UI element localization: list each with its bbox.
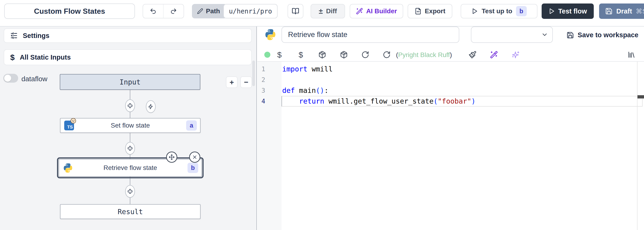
- line-number: 1: [257, 64, 265, 75]
- library-icon[interactable]: [628, 51, 636, 59]
- trigger-button[interactable]: [146, 100, 156, 113]
- plus-icon: [127, 103, 133, 108]
- topbar: Custom Flow States Path u/henri/pro ± Di…: [0, 0, 644, 27]
- lsp-status-icon: [264, 52, 270, 58]
- export-button[interactable]: Export: [408, 4, 452, 18]
- code-assistants-label: (Pyright Black Ruff): [396, 51, 452, 59]
- face-emoji-icon: [70, 118, 76, 124]
- flow-title-input[interactable]: Custom Flow States: [4, 4, 135, 19]
- test-flow-button[interactable]: Test flow: [542, 4, 594, 19]
- diff-button[interactable]: ± Diff: [310, 4, 345, 18]
- wand-sparkles-icon: [356, 8, 363, 15]
- code-line: return wmill.get_flow_user_state("foobar…: [282, 96, 476, 107]
- save-icon: [605, 8, 612, 15]
- undo-button[interactable]: [143, 5, 163, 18]
- flow-editor-panel: Settings $ All Static Inputs dataflow + …: [0, 26, 257, 230]
- play-icon: [471, 8, 478, 15]
- node-label: Retrieve flow state: [104, 164, 157, 172]
- plus-icon: [127, 145, 133, 151]
- dollar-icon: $: [10, 53, 15, 62]
- insert-step-button[interactable]: [125, 185, 135, 198]
- close-icon: [192, 154, 198, 160]
- code-line: def main():: [282, 85, 328, 96]
- insert-step-button[interactable]: [125, 142, 135, 155]
- export-label: Export: [425, 8, 446, 15]
- test-up-to-button[interactable]: Test up to b: [461, 4, 538, 18]
- move-icon: [169, 154, 175, 160]
- all-static-inputs-card[interactable]: $ All Static Inputs: [4, 49, 252, 65]
- save-to-workspace-label: Save to workspace: [578, 31, 638, 39]
- line-number-active: 4: [257, 96, 265, 107]
- test-flow-label: Test flow: [558, 8, 587, 15]
- dollar-icon[interactable]: $: [276, 51, 284, 59]
- save-to-workspace-button[interactable]: Save to workspace: [566, 31, 638, 39]
- zoom-out-button[interactable]: −: [240, 76, 252, 88]
- book-open-icon: [292, 8, 299, 15]
- redo-icon: [170, 8, 177, 15]
- ai-builder-button[interactable]: AI Builder: [350, 4, 403, 18]
- package-icon[interactable]: [318, 51, 326, 59]
- draft-shortcut: ⌘S: [636, 8, 644, 15]
- python-icon: [63, 163, 73, 173]
- test-up-to-label: Test up to: [482, 8, 512, 15]
- paintbrush-icon[interactable]: [468, 51, 476, 59]
- dataflow-toggle[interactable]: [3, 74, 18, 83]
- line-number: 2: [257, 75, 265, 85]
- flow-title: Custom Flow States: [34, 7, 105, 16]
- refresh-icon[interactable]: [383, 51, 391, 59]
- move-node-button[interactable]: [166, 152, 177, 163]
- insert-step-button[interactable]: [125, 99, 135, 112]
- refresh-icon[interactable]: [361, 51, 369, 59]
- draft-button[interactable]: Draft ⌘S: [599, 4, 644, 19]
- line-number: 3: [257, 85, 265, 96]
- undo-redo-group: [142, 4, 184, 18]
- path-label: Path: [206, 8, 220, 15]
- settings-label: Settings: [23, 32, 49, 40]
- save-icon: [566, 32, 574, 39]
- package-icon[interactable]: [340, 51, 348, 59]
- step-kind-select[interactable]: [471, 27, 553, 43]
- step-editor-panel: Retrieve flow state Save to workspace $ …: [257, 26, 644, 230]
- node-label: Set flow state: [111, 122, 150, 129]
- input-node[interactable]: Input: [60, 74, 200, 90]
- play-icon: [548, 8, 555, 15]
- dollar-icon[interactable]: $: [297, 51, 305, 59]
- settings-card[interactable]: Settings: [4, 28, 252, 43]
- retrieve-flow-state-node[interactable]: Retrieve flow state b: [59, 159, 202, 177]
- diff-label: Diff: [326, 8, 337, 15]
- ai-wand-icon[interactable]: [490, 51, 498, 59]
- set-flow-state-node[interactable]: TS Set flow state a: [60, 118, 200, 133]
- step-badge: b: [516, 6, 527, 16]
- minimap-slider[interactable]: [638, 95, 644, 98]
- plus-minus-icon: ±: [319, 7, 323, 16]
- undo-icon: [150, 8, 156, 15]
- code-editor[interactable]: 1import wmill 2 3def main(): 4 return wm…: [257, 62, 644, 230]
- plus-icon: [127, 188, 133, 194]
- result-node[interactable]: Result: [60, 204, 200, 219]
- draft-label: Draft: [616, 8, 632, 15]
- code-line: import wmill: [282, 64, 333, 75]
- ai-builder-label: AI Builder: [366, 8, 397, 15]
- sliders-icon: [10, 32, 18, 39]
- docs-button[interactable]: [288, 4, 304, 18]
- dataflow-label: dataflow: [22, 75, 48, 83]
- typescript-icon: TS: [64, 121, 74, 130]
- path-value-field[interactable]: u/henri/pro: [223, 4, 278, 18]
- minimap-border: [637, 62, 638, 230]
- zoom-in-button[interactable]: +: [226, 76, 238, 88]
- step-name-input[interactable]: Retrieve flow state: [282, 27, 459, 43]
- path-button[interactable]: Path: [192, 4, 225, 18]
- static-inputs-label: All Static Inputs: [20, 54, 71, 61]
- chevron-down-icon: [541, 31, 548, 38]
- redo-button[interactable]: [163, 5, 184, 18]
- path-group: Path u/henri/pro: [192, 4, 278, 18]
- scrollbar-thumb[interactable]: [252, 61, 255, 86]
- delete-node-button[interactable]: [189, 152, 200, 163]
- toggle-knob-icon: [4, 75, 11, 82]
- sparkles-icon[interactable]: [512, 51, 520, 59]
- pencil-icon: [197, 8, 203, 14]
- node-badge: a: [186, 120, 197, 131]
- zap-icon: [148, 104, 154, 109]
- python-icon: [264, 28, 276, 41]
- node-badge: b: [188, 163, 198, 173]
